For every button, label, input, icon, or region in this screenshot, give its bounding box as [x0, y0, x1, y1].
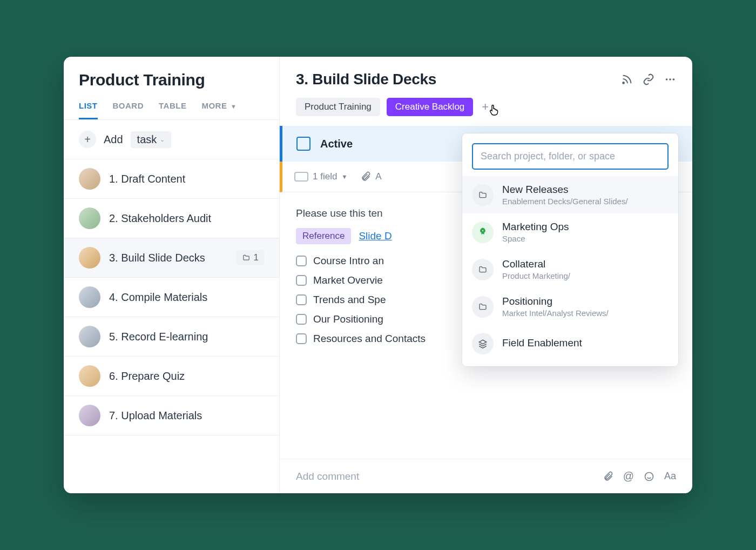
- dropdown-item-text: New Releases Enablement Decks/General Sl…: [502, 184, 628, 206]
- chevron-down-icon: ▼: [231, 103, 237, 110]
- checkbox[interactable]: [296, 294, 307, 305]
- chevron-down-icon: ⌄: [160, 136, 165, 143]
- avatar: [79, 286, 100, 308]
- comment-input[interactable]: Add comment: [296, 471, 359, 482]
- folder-count: 1: [254, 252, 259, 263]
- rocket-icon: [472, 222, 494, 243]
- layers-icon: [472, 333, 494, 354]
- folder-icon: [472, 259, 494, 280]
- rss-icon[interactable]: [621, 73, 633, 85]
- tag-project[interactable]: Product Training: [296, 98, 380, 116]
- tab-table[interactable]: TABLE: [159, 101, 186, 119]
- dropdown-item[interactable]: Marketing Ops Space: [462, 213, 678, 251]
- dropdown-item-subtitle: Space: [502, 234, 569, 243]
- task-row[interactable]: 6. Prepare Quiz: [64, 357, 279, 396]
- tag-backlog[interactable]: Creative Backlog: [387, 98, 474, 116]
- task-list: 1. Draft Content 2. Stakeholders Audit 3…: [64, 159, 279, 493]
- sidebar: Product Training LIST BOARD TABLE MORE ▼…: [64, 57, 280, 493]
- checkbox[interactable]: [296, 275, 307, 286]
- dropdown-item-title: Positioning: [502, 296, 609, 307]
- checklist-label: Trends and Spe: [313, 294, 386, 306]
- fields-count-label: 1 field: [313, 171, 337, 182]
- task-row[interactable]: 1. Draft Content: [64, 159, 279, 199]
- comment-actions: @ Aa: [603, 470, 676, 482]
- tab-list[interactable]: LIST: [79, 101, 98, 119]
- task-row[interactable]: 5. Record E-learning: [64, 317, 279, 357]
- checkbox[interactable]: [296, 256, 307, 266]
- location-picker-dropdown: New Releases Enablement Decks/General Sl…: [462, 133, 678, 366]
- checklist-label: Our Positioning: [313, 313, 383, 325]
- task-row[interactable]: 4. Compile Materials: [64, 278, 279, 317]
- custom-fields-button[interactable]: 1 field ▼: [294, 171, 347, 182]
- dropdown-item[interactable]: Collateral Product Marketing/: [462, 251, 678, 288]
- tab-board[interactable]: BOARD: [113, 101, 144, 119]
- add-task-label: Add: [104, 133, 123, 146]
- mention-icon[interactable]: @: [623, 470, 634, 482]
- tab-more-label: MORE: [201, 101, 227, 110]
- dropdown-item-title: Field Enablement: [502, 337, 582, 349]
- view-tabs: LIST BOARD TABLE MORE ▼: [64, 101, 279, 120]
- dropdown-item-text: Marketing Ops Space: [502, 221, 569, 243]
- dropdown-item[interactable]: Field Enablement: [462, 325, 678, 362]
- comment-bar: Add comment @ Aa: [280, 459, 692, 493]
- svg-point-4: [645, 472, 653, 480]
- dropdown-item-title: Collateral: [502, 258, 570, 270]
- emoji-icon[interactable]: [644, 471, 654, 482]
- avatar: [79, 207, 100, 229]
- dropdown-item-subtitle: Product Marketing/: [502, 271, 570, 280]
- detail-header: 3. Build Slide Decks Product Training Cr…: [280, 57, 692, 126]
- text-format-button[interactable]: Aa: [664, 471, 676, 482]
- link-icon[interactable]: [643, 73, 654, 85]
- checklist-label: Course Intro an: [313, 255, 384, 267]
- checkbox[interactable]: [296, 314, 307, 325]
- task-row[interactable]: 7. Upload Materials: [64, 396, 279, 435]
- dropdown-list: New Releases Enablement Decks/General Sl…: [462, 176, 678, 362]
- tab-more[interactable]: MORE ▼: [201, 101, 237, 119]
- task-name: 5. Record E-learning: [109, 331, 264, 343]
- svg-point-0: [623, 82, 624, 84]
- attachments-button[interactable]: A: [360, 171, 381, 182]
- task-detail-panel: 3. Build Slide Decks Product Training Cr…: [280, 57, 692, 493]
- svg-point-3: [673, 78, 675, 81]
- dropdown-item[interactable]: New Releases Enablement Decks/General Sl…: [462, 176, 678, 213]
- task-row[interactable]: 3. Build Slide Decks 1: [64, 238, 279, 278]
- add-task-button[interactable]: + Add task ⌄: [64, 120, 279, 159]
- tags-row: Product Training Creative Backlog +: [296, 98, 676, 116]
- task-title: 3. Build Slide Decks: [296, 71, 436, 88]
- cursor-hand-icon: [488, 103, 501, 116]
- dropdown-item-text: Positioning Market Intel/Analyst Reviews…: [502, 296, 609, 318]
- folder-icon: [242, 254, 251, 261]
- task-name: 2. Stakeholders Audit: [109, 212, 264, 225]
- checkbox[interactable]: [296, 333, 307, 344]
- avatar: [79, 326, 100, 347]
- task-type-selector[interactable]: task ⌄: [131, 131, 172, 148]
- dropdown-item[interactable]: Positioning Market Intel/Analyst Reviews…: [462, 288, 678, 325]
- task-name: 6. Prepare Quiz: [109, 370, 264, 383]
- svg-point-1: [666, 78, 668, 81]
- paperclip-icon[interactable]: [603, 471, 613, 482]
- dropdown-item-subtitle: Enablement Decks/General Slides/: [502, 197, 628, 206]
- search-wrap: [462, 143, 678, 176]
- attach-label: A: [375, 171, 381, 182]
- task-row[interactable]: 2. Stakeholders Audit: [64, 199, 279, 238]
- more-icon[interactable]: [664, 73, 676, 85]
- field-icon: [294, 172, 308, 182]
- title-row: 3. Build Slide Decks: [296, 71, 676, 88]
- search-input[interactable]: [472, 143, 669, 170]
- dropdown-item-text: Collateral Product Marketing/: [502, 258, 570, 280]
- project-title: Product Training: [79, 71, 264, 89]
- plus-icon: +: [79, 131, 96, 148]
- title-actions: [621, 73, 676, 85]
- reference-chip: Reference: [296, 228, 351, 244]
- reference-link[interactable]: Slide D: [359, 230, 392, 242]
- dropdown-item-title: New Releases: [502, 184, 628, 196]
- folder-count-badge: 1: [237, 250, 264, 265]
- sidebar-header: Product Training: [64, 57, 279, 89]
- status-checkbox[interactable]: [296, 137, 310, 151]
- checklist-label: Market Overvie: [313, 274, 383, 286]
- task-type-label: task: [137, 133, 157, 146]
- task-name: 3. Build Slide Decks: [109, 252, 228, 264]
- folder-icon: [472, 184, 494, 206]
- task-name: 4. Compile Materials: [109, 291, 264, 304]
- dropdown-item-subtitle: Market Intel/Analyst Reviews/: [502, 308, 609, 318]
